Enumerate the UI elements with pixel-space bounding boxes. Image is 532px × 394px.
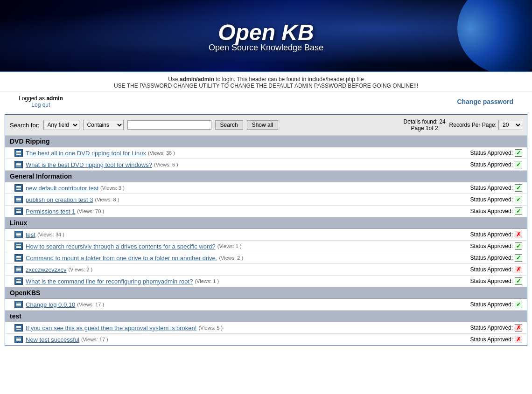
article-link[interactable]: Permissions test 1 <box>26 208 75 215</box>
article-icon <box>14 149 23 157</box>
status-label: Status Approved: <box>470 196 513 203</box>
article-link[interactable]: New test successful <box>26 336 79 343</box>
article-icon <box>14 184 23 192</box>
search-label: Search for: <box>10 122 40 129</box>
condition-select[interactable]: Contains Starts with Ends with <box>83 120 124 130</box>
status-badge <box>515 161 522 168</box>
status-label: Status Approved: <box>470 185 513 191</box>
info-bar: Use admin/admin to login. This header ca… <box>0 72 532 91</box>
article-status: Status Approved: <box>470 242 522 250</box>
status-badge <box>515 277 522 285</box>
logout-link[interactable]: Log out <box>19 102 63 108</box>
article-link[interactable]: How to search recursivly through a drive… <box>26 243 216 250</box>
articles-container: DVD RippingThe best all in one DVD rippi… <box>5 136 527 346</box>
status-badge <box>515 336 522 343</box>
table-row: New test successful (Views: 17 )Status A… <box>5 334 527 346</box>
article-icon <box>14 336 23 343</box>
info-suffix: to login. This header can be found in in… <box>216 76 364 83</box>
change-password-link[interactable]: Change password <box>457 98 513 105</box>
article-link[interactable]: zxcczwzcvzxcv <box>26 266 66 273</box>
status-badge <box>515 196 522 203</box>
records-per-page: Records Per Page: 10 20 50 100 <box>449 120 522 130</box>
page-info: Page 1of 2 <box>404 125 446 131</box>
search-input[interactable] <box>127 120 211 130</box>
status-label: Status Approved: <box>470 301 513 308</box>
article-views: (Views: 17 ) <box>81 337 108 342</box>
status-badge <box>515 231 522 238</box>
status-label: Status Approved: <box>470 336 513 343</box>
article-views: (Views: 38 ) <box>148 150 175 156</box>
field-select[interactable]: Any field Title Content <box>43 120 79 130</box>
article-status: Status Approved: <box>470 231 522 238</box>
article-link[interactable]: publish on creation test 3 <box>26 196 93 203</box>
article-link[interactable]: Command to mount a folder from one drive… <box>26 255 217 262</box>
table-row: If you can see this as guest then the ap… <box>5 322 527 334</box>
show-all-button[interactable]: Show all <box>247 120 278 130</box>
table-row: zxcczwzcvzxcv (Views: 2 )Status Approved… <box>5 264 527 276</box>
status-badge <box>515 301 522 308</box>
table-row: What is the command line for reconfiguri… <box>5 276 527 287</box>
category-header: General Information <box>5 171 527 182</box>
article-link[interactable]: test <box>26 231 35 238</box>
status-badge <box>515 242 522 250</box>
status-label: Status Approved: <box>470 255 513 261</box>
status-badge <box>515 184 522 192</box>
table-row: Command to mount a folder from one drive… <box>5 252 527 264</box>
article-icon <box>14 242 23 250</box>
search-button[interactable]: Search <box>215 120 243 130</box>
article-icon <box>14 161 23 168</box>
globe-decoration <box>429 0 532 72</box>
article-link[interactable]: new default contributor test <box>26 185 98 192</box>
logged-as-section: Logged as admin Log out <box>19 95 63 108</box>
article-icon <box>14 207 23 215</box>
records-per-page-select[interactable]: 10 20 50 100 <box>498 120 522 130</box>
article-link[interactable]: Change log 0.0.10 <box>26 301 75 308</box>
article-icon <box>14 196 23 203</box>
article-views: (Views: 2 ) <box>68 267 92 272</box>
table-row: Permissions test 1 (Views: 70 )Status Ap… <box>5 206 527 217</box>
article-link[interactable]: What is the command line for reconfiguri… <box>26 278 193 285</box>
status-label: Status Approved: <box>470 278 513 284</box>
article-views: (Views: 6 ) <box>154 162 178 167</box>
status-badge <box>515 254 522 262</box>
article-link[interactable]: If you can see this as guest then the ap… <box>26 325 196 332</box>
status-badge <box>515 149 522 157</box>
article-icon <box>14 231 23 238</box>
info-prefix: Use <box>168 76 180 83</box>
article-status: Status Approved: <box>470 196 522 203</box>
status-label: Status Approved: <box>470 266 513 273</box>
status-label: Status Approved: <box>470 243 513 249</box>
article-status: Status Approved: <box>470 324 522 332</box>
category-header: DVD Ripping <box>5 136 527 147</box>
status-label: Status Approved: <box>470 325 513 331</box>
article-icon <box>14 324 23 332</box>
article-status: Status Approved: <box>470 301 522 308</box>
credentials: admin/admin <box>180 76 214 83</box>
article-link[interactable]: The best all in one DVD ripping tool for… <box>26 150 146 157</box>
article-status: Status Approved: <box>470 207 522 215</box>
article-status: Status Approved: <box>470 277 522 285</box>
table-row: What is the best DVD ripping tool for wi… <box>5 159 527 171</box>
article-status: Status Approved: <box>470 149 522 157</box>
search-bar: Search for: Any field Title Content Cont… <box>5 115 527 136</box>
category-header: OpenKBS <box>5 287 527 299</box>
details-found: Details found: 24 <box>404 118 446 125</box>
logged-as-label: Logged as admin <box>19 95 63 102</box>
status-label: Status Approved: <box>470 231 513 238</box>
table-row: publish on creation test 3 (Views: 8 )St… <box>5 194 527 206</box>
article-status: Status Approved: <box>470 266 522 273</box>
article-views: (Views: 17 ) <box>77 302 104 307</box>
login-bar: Logged as admin Log out Change password <box>0 91 532 112</box>
article-views: (Views: 8 ) <box>95 197 119 202</box>
status-badge <box>515 266 522 273</box>
article-views: (Views: 2 ) <box>219 255 243 261</box>
article-link[interactable]: What is the best DVD ripping tool for wi… <box>26 161 152 168</box>
status-badge <box>515 324 522 332</box>
article-icon <box>14 254 23 262</box>
main-content: Search for: Any field Title Content Cont… <box>5 114 527 346</box>
records-per-page-label: Records Per Page: <box>449 122 497 128</box>
article-views: (Views: 70 ) <box>77 208 104 214</box>
category-header: test <box>5 311 527 322</box>
article-icon <box>14 266 23 273</box>
table-row: Change log 0.0.10 (Views: 17 )Status App… <box>5 299 527 311</box>
